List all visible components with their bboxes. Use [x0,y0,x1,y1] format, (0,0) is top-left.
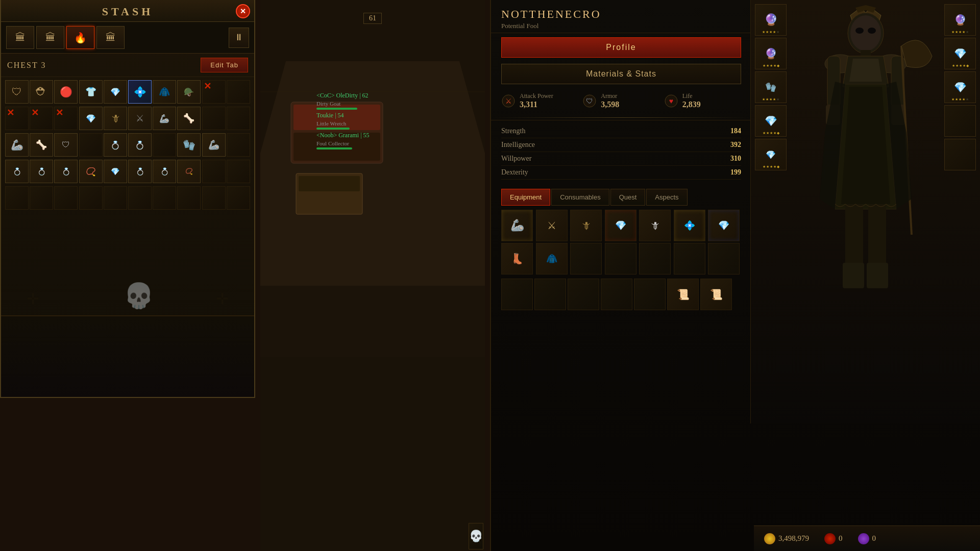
grid-cell-1-9[interactable]: ✕ [202,80,226,104]
grid-cell-2-7[interactable]: 🦾 [153,107,176,130]
eq-cell-8[interactable]: 👢 [501,243,533,274]
eq-cell-r2-2[interactable] [534,279,566,310]
grid-cell-4-7[interactable]: 💍 [153,160,176,183]
intelligence-value: 392 [730,141,741,149]
grid-cell-3-9[interactable]: 🦾 [202,133,226,157]
stash-tab-1[interactable]: 🏛 [6,26,34,49]
grid-cell-1-3[interactable]: 🔴 [54,80,78,104]
grid-cell-4-6[interactable]: 💍 [128,160,152,183]
svg-text:♥: ♥ [669,97,673,105]
grid-cell-3-1[interactable]: 🦾 [5,133,29,157]
grid-cell-3-6[interactable]: 💍 [128,133,152,157]
grid-cell-5-1[interactable] [5,186,29,210]
grid-cell-4-2[interactable]: 💍 [30,160,53,183]
equip-slot-legs[interactable]: 💎 ★★★★◆ [944,38,976,69]
stash-tab-2[interactable]: 🏛 [36,26,64,49]
grid-cell-1-1[interactable]: 🛡 [5,80,29,104]
grid-cell-1-2[interactable]: ⛑ [30,80,53,104]
grid-cell-2-5[interactable]: 🗡 [104,107,127,130]
eq-cell-13[interactable] [674,243,705,274]
grid-cell-4-4[interactable]: 📿 [79,160,103,183]
grid-cell-3-5[interactable]: 💍 [104,133,127,157]
grid-cell-3-4[interactable] [79,133,103,157]
grid-cell-5-6[interactable] [128,186,152,210]
grid-cell-5-5[interactable] [104,186,127,210]
grid-cell-4-5[interactable]: 💎 [104,160,127,183]
grid-cell-5-9[interactable] [202,186,226,210]
equip-slot-helm[interactable]: 🔮 ★★★★★ [755,4,787,36]
edit-tab-button[interactable]: Edit Tab [201,58,248,72]
eq-cell-r2-6[interactable]: 📜 [667,279,699,310]
grid-cell-3-8[interactable]: 🧤 [177,133,201,157]
grid-cell-5-4[interactable] [79,186,103,210]
eq-cell-r2-7[interactable]: 📜 [700,279,732,310]
grid-cell-2-1[interactable]: ✕ [5,107,29,130]
grid-cell-3-2[interactable]: 🦴 [30,133,53,157]
grid-cell-4-3[interactable]: 💍 [54,160,78,183]
grid-cell-5-2[interactable] [30,186,53,210]
equip-slot-empty1[interactable] [944,105,976,137]
eq-cell-14[interactable] [708,243,740,274]
chest-label-bar: CHEST 3 Edit Tab [1,54,254,77]
grid-cell-2-8[interactable]: 🦴 [177,107,201,130]
eq-cell-9[interactable]: 🧥 [536,243,568,274]
consumables-tab[interactable]: Consumables [551,189,609,206]
grid-cell-1-7[interactable]: 🧥 [153,80,176,104]
grid-cell-1-4[interactable]: 👕 [79,80,103,104]
character-3d-view: 🔮 ★★★★★ 🔮 ★★★★◆ 🧤 ★★★★★ 💎 ★ [750,0,980,423]
grid-cell-5-10[interactable] [227,186,250,210]
eq-cell-11[interactable] [605,243,636,274]
grid-cell-4-10[interactable] [227,160,250,183]
skill-slot-1[interactable]: 💀 [469,523,483,549]
eq-cell-r2-1[interactable] [501,279,533,310]
grid-cell-2-6[interactable]: ⚔ [128,107,152,130]
stash-tab-4[interactable]: 🏛 [96,26,125,49]
eq-cell-r2-5[interactable] [634,279,666,310]
eq-cell-1[interactable]: 🦾 [501,210,533,241]
grid-cell-2-4[interactable]: 💎 [79,107,103,130]
eq-cell-12[interactable] [639,243,671,274]
grid-cell-2-10[interactable] [227,107,250,130]
grid-cell-5-3[interactable] [54,186,78,210]
equip-slot-offhand[interactable]: 🔮 ★★★★★ [944,4,976,36]
materials-button[interactable]: Materials & Stats [501,64,741,84]
eq-cell-5[interactable]: 🗡 [639,210,671,241]
eq-cell-10[interactable] [570,243,602,274]
grid-cell-5-8[interactable] [177,186,201,210]
eq-cell-4[interactable]: 💎 [605,210,636,241]
quest-tab[interactable]: Quest [610,189,646,206]
grid-cell-1-5[interactable]: 💎 [104,80,127,104]
equipment-tab[interactable]: Equipment [501,189,550,206]
grid-cell-2-2[interactable]: ✕ [30,107,53,130]
equip-slot-empty2[interactable] [944,139,976,170]
grid-cell-4-1[interactable]: 💍 [5,160,29,183]
eq-cell-6[interactable]: 💠 [674,210,705,241]
grid-cell-4-9[interactable] [202,160,226,183]
deco-cross-left: ✛ [27,290,39,308]
equip-slot-chest[interactable]: 🔮 ★★★★◆ [755,38,787,69]
pause-button[interactable]: ⏸ [229,28,249,48]
equip-slot-ring2[interactable]: 💎 ★★★★◆ [755,139,787,170]
grid-cell-2-3[interactable]: ✕ [54,107,78,130]
grid-cell-1-6[interactable]: 💠 [128,80,152,104]
equip-slot-gloves[interactable]: 🧤 ★★★★★ [755,71,787,103]
eq-cell-2[interactable]: ⚔ [536,210,568,241]
eq-cell-3[interactable]: 🗡 [570,210,602,241]
equip-slot-ring1[interactable]: 💎 ★★★★◆ [755,105,787,137]
grid-cell-1-10[interactable] [227,80,250,104]
close-button[interactable]: ✕ [236,4,250,18]
eq-cell-r2-4[interactable] [601,279,632,310]
stash-tab-3[interactable]: 🔥 [66,26,94,49]
eq-cell-r2-3[interactable] [568,279,599,310]
profile-button[interactable]: Profile [501,37,741,58]
grid-cell-5-7[interactable] [153,186,176,210]
grid-cell-1-8[interactable]: 🪖 [177,80,201,104]
eq-cell-7[interactable]: 💎 [708,210,740,241]
aspects-tab[interactable]: Aspects [646,189,687,206]
grid-cell-4-8[interactable]: 📿 [177,160,201,183]
grid-cell-3-10[interactable] [227,133,250,157]
grid-cell-3-3[interactable]: 🛡 [54,133,78,157]
equip-slot-boots[interactable]: 💎 ★★★★★ [944,71,976,103]
grid-cell-3-7[interactable] [153,133,176,157]
grid-cell-2-9[interactable] [202,107,226,130]
